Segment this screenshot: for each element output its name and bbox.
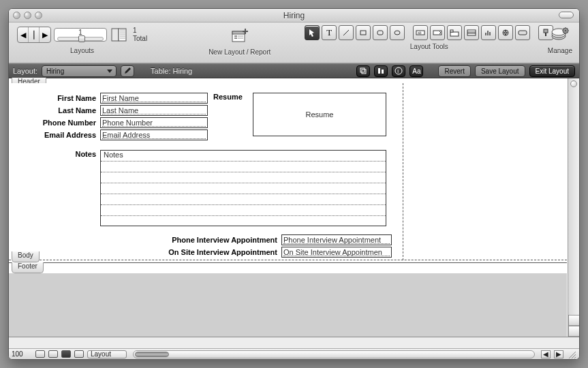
field-tool[interactable]: ab (413, 25, 428, 40)
svg-point-39 (395, 67, 402, 74)
rect-tool[interactable] (356, 25, 371, 40)
layout-tools-label: Layout Tools (410, 43, 448, 50)
field-control-tool[interactable] (430, 25, 445, 40)
svg-rect-1 (119, 29, 126, 41)
roundrect-tool[interactable] (373, 25, 388, 40)
scroll-indicator-icon (570, 80, 577, 87)
layout-next-icon[interactable]: ▶ (40, 27, 50, 42)
layout-slider-thumb[interactable] (78, 35, 85, 42)
svg-rect-11 (360, 31, 366, 35)
zoom-icon[interactable] (35, 12, 42, 19)
svg-point-13 (394, 31, 400, 35)
scroll-down-icon[interactable] (568, 326, 580, 337)
chart-tool[interactable] (481, 25, 496, 40)
layout-dropdown[interactable]: Hiring (42, 65, 117, 77)
phone-interview-field[interactable]: Phone Interview Appointment (281, 234, 392, 245)
beyond-layout-area (9, 273, 567, 337)
close-icon[interactable] (13, 12, 20, 19)
table-label: Table: Hiring (151, 67, 192, 75)
new-layout-label: New Layout / Report (208, 48, 270, 56)
horizontal-scrollbar[interactable] (133, 350, 535, 358)
page-edge-horizontal (9, 260, 567, 260)
text-tool[interactable]: T (322, 25, 337, 40)
svg-rect-36 (362, 70, 366, 74)
phone-interview-label[interactable]: Phone Interview Appointment (161, 236, 277, 244)
onsite-interview-label[interactable]: On Site Interview Appointment (161, 248, 277, 256)
svg-rect-18 (450, 30, 453, 32)
svg-rect-4 (234, 35, 237, 37)
text-format-icon[interactable]: Aa (409, 65, 423, 77)
new-layout-button[interactable] (230, 27, 249, 46)
scroll-up-icon[interactable] (568, 315, 580, 326)
resize-grip-icon[interactable] (567, 350, 576, 359)
zoom-out-step-icon[interactable] (35, 350, 45, 358)
body-part-tab[interactable]: Body (12, 251, 40, 262)
save-layout-button[interactable]: Save Layout (475, 65, 525, 77)
record-book-icon[interactable] (110, 25, 129, 44)
line-tool[interactable] (339, 25, 354, 40)
svg-text:ab: ab (418, 31, 422, 35)
toolbar-toggle-pill[interactable] (559, 12, 574, 18)
svg-rect-9 (245, 29, 246, 34)
mode-dropdown[interactable]: Layout (87, 350, 127, 358)
portal-tool[interactable] (464, 25, 479, 40)
svg-text:i: i (398, 68, 399, 74)
svg-rect-22 (485, 33, 486, 35)
layout-nav[interactable]: ◀ ⎮ ▶ (17, 27, 51, 43)
layout-prev-icon[interactable]: ◀ (18, 27, 29, 42)
scroll-left-icon[interactable]: ◀ (541, 350, 551, 358)
web-viewer-tool[interactable] (498, 25, 513, 40)
zoom-value[interactable]: 100 (12, 350, 32, 358)
zoom-in-step-icon[interactable] (48, 350, 58, 358)
toolbar: ◀ ⎮ ▶ 1 1 Total Layouts (9, 22, 579, 63)
first-name-label[interactable]: First Name (29, 94, 96, 102)
mode-toggle-2-icon[interactable] (74, 350, 84, 358)
button-tool[interactable] (515, 25, 530, 40)
svg-line-43 (574, 357, 576, 358)
phone-label[interactable]: Phone Number (29, 119, 96, 127)
last-name-field[interactable]: Last Name (100, 105, 208, 116)
svg-rect-19 (467, 30, 476, 35)
h-scroll-thumb[interactable] (135, 352, 169, 357)
revert-button[interactable]: Revert (438, 65, 470, 77)
pointer-tool[interactable] (305, 25, 320, 40)
svg-rect-0 (112, 29, 119, 41)
manage-button[interactable] (550, 25, 570, 44)
page-edge-vertical (403, 83, 403, 260)
align-icon[interactable] (374, 65, 388, 77)
titlebar[interactable]: Hiring (9, 9, 579, 22)
layout-slider[interactable]: 1 (54, 28, 107, 42)
layout-divider-icon: ⎮ (29, 27, 40, 42)
body-area[interactable]: First Name First Name Last Name Last Nam… (9, 83, 567, 260)
info-icon[interactable]: i (392, 65, 405, 77)
phone-field[interactable]: Phone Number (100, 117, 208, 128)
email-field[interactable]: Email Address (100, 129, 208, 140)
first-name-field[interactable]: First Name (100, 93, 208, 104)
scroll-right-icon[interactable]: ▶ (554, 350, 563, 358)
svg-rect-5 (234, 37, 237, 39)
email-label[interactable]: Email Address (29, 131, 96, 139)
mode-toggle-icon[interactable] (61, 350, 71, 358)
tab-control-tool[interactable] (447, 25, 462, 40)
layout-bar: Layout: Hiring Table: Hiring i Aa Revert… (9, 63, 579, 78)
svg-rect-16 (433, 31, 442, 35)
edit-layout-icon[interactable] (121, 65, 134, 77)
footer-part-tab[interactable]: Footer (12, 262, 44, 273)
notes-label[interactable]: Notes (29, 150, 96, 158)
duplicate-icon[interactable] (356, 65, 370, 77)
total-label: Total (133, 35, 147, 43)
svg-rect-24 (489, 32, 491, 35)
minimize-icon[interactable] (24, 12, 31, 19)
vertical-scrollbar[interactable] (568, 78, 579, 337)
last-name-label[interactable]: Last Name (29, 106, 96, 114)
resume-label[interactable]: Resume (213, 93, 246, 101)
resume-container[interactable]: Resume (253, 93, 386, 136)
notes-field[interactable]: Notes (100, 150, 386, 226)
layout-canvas[interactable]: Header First Name First Name Last Name L… (9, 78, 579, 337)
exit-layout-button[interactable]: Exit Layout (529, 65, 575, 77)
window-controls (13, 12, 42, 19)
onsite-interview-field[interactable]: On Site Interview Appointmen (281, 247, 392, 258)
layout-label: Layout: (13, 67, 37, 75)
svg-rect-23 (487, 31, 489, 35)
oval-tool[interactable] (390, 25, 405, 40)
